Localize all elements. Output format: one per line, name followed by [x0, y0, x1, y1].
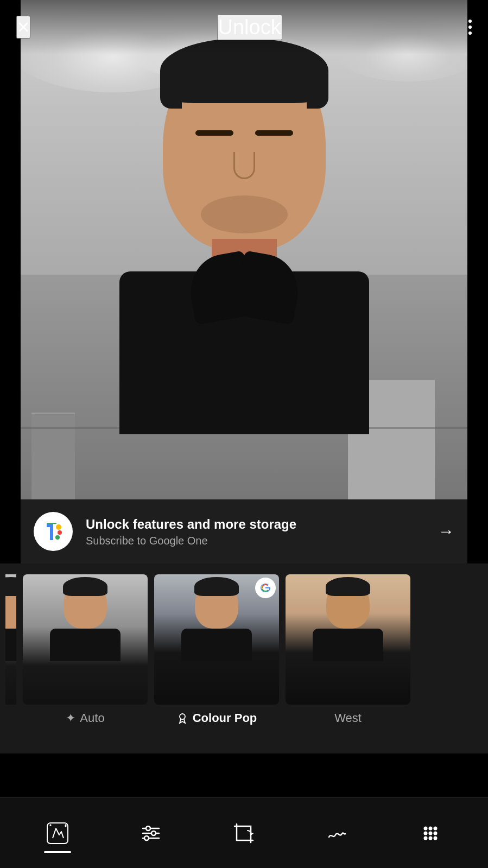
close-button[interactable]: ×	[16, 16, 30, 39]
dot1	[468, 20, 472, 23]
svg-point-15	[429, 826, 433, 830]
crop-icon	[230, 819, 258, 847]
markup-icon	[323, 819, 351, 847]
svg-point-5	[180, 714, 185, 719]
google-one-icon	[39, 517, 67, 546]
person-layer	[21, 0, 467, 499]
google-badge-colour-pop	[255, 578, 276, 598]
toolbar-item-markup[interactable]	[318, 814, 357, 853]
thumb-bg-partial	[5, 574, 16, 705]
svg-point-16	[434, 826, 438, 830]
thumb-hair-west	[326, 577, 370, 596]
top-bar: × Unlock	[0, 0, 488, 54]
svg-point-11	[146, 826, 150, 831]
face-container	[130, 43, 358, 413]
west-filter-text: West	[334, 711, 362, 725]
chin-area	[201, 195, 288, 233]
more-grid-icon	[416, 819, 445, 847]
photo-area	[21, 0, 467, 499]
filter-thumb-colour-pop	[154, 574, 279, 705]
thumb-hair-colour-pop	[194, 577, 239, 596]
hair-sides-left	[160, 65, 182, 109]
filter-item-auto[interactable]: ✦ Auto	[23, 574, 148, 725]
promo-banner[interactable]: Unlock features and more storage Subscri…	[21, 499, 467, 563]
filter-label-west: West	[334, 711, 362, 725]
svg-point-17	[424, 831, 428, 835]
thumb-hair-partial	[5, 577, 16, 596]
nose	[233, 152, 255, 179]
auto-filter-icon: ✦	[66, 711, 75, 725]
toolbar-item-crop[interactable]	[224, 814, 263, 853]
filter-thumb-partial	[5, 574, 16, 705]
filter-item-west[interactable]: West	[286, 574, 410, 725]
unlock-button[interactable]: Unlock	[217, 15, 282, 40]
thumb-hoodie-colour-pop	[181, 629, 252, 661]
thumb-hoodie-west	[313, 629, 383, 661]
svg-point-22	[434, 836, 438, 840]
filter-thumb-auto	[23, 574, 148, 705]
auto-filter-text: Auto	[80, 711, 104, 725]
svg-point-2	[58, 530, 62, 535]
filter-item-partial[interactable]	[5, 574, 16, 705]
thumb-hoodie-auto	[50, 629, 121, 661]
svg-point-1	[56, 524, 61, 530]
filter-strip: ✦ Auto	[0, 563, 488, 753]
dot3	[468, 31, 472, 35]
thumb-face-colour-pop	[189, 580, 244, 650]
more-menu-button[interactable]	[468, 20, 472, 35]
filter-thumb-west	[286, 574, 410, 705]
thumb-face-partial	[5, 580, 16, 650]
thumb-face-auto	[58, 580, 112, 650]
hair-sides-right	[307, 65, 328, 109]
thumb-bg-west	[286, 574, 410, 705]
side-bar-right	[467, 0, 488, 499]
svg-point-7	[65, 825, 66, 827]
thumb-hair-auto	[63, 577, 107, 596]
svg-point-21	[429, 836, 433, 840]
colour-pop-filter-text: Colour Pop	[193, 711, 257, 725]
svg-point-20	[424, 836, 428, 840]
bottom-toolbar	[0, 797, 488, 868]
svg-point-18	[429, 831, 433, 835]
toolbar-item-more[interactable]	[411, 814, 450, 853]
eye-right	[255, 130, 293, 136]
svg-point-3	[55, 535, 60, 540]
dot2	[468, 26, 472, 29]
google-one-logo	[34, 512, 73, 551]
thumb-bg-auto	[23, 574, 148, 705]
svg-point-12	[151, 831, 156, 835]
photo-background	[21, 0, 467, 499]
adjust-icon	[137, 819, 165, 847]
hoodie-collar-right	[233, 250, 303, 325]
thumb-hoodie-partial	[5, 629, 16, 661]
toolbar-item-suggest[interactable]	[38, 814, 77, 853]
svg-point-14	[424, 826, 428, 830]
toolbar-item-adjust[interactable]	[131, 814, 170, 853]
filter-label-colour-pop: Colour Pop	[176, 711, 257, 725]
promo-subtitle: Subscribe to Google One	[86, 535, 425, 547]
svg-point-13	[144, 836, 149, 840]
filter-label-auto: ✦ Auto	[66, 711, 104, 725]
promo-text: Unlock features and more storage Subscri…	[86, 516, 425, 547]
svg-point-19	[434, 831, 438, 835]
suggest-icon	[43, 819, 72, 847]
eye-left	[195, 130, 233, 136]
thumb-face-west	[321, 580, 375, 650]
side-bar-left	[0, 0, 21, 499]
promo-title: Unlock features and more storage	[86, 516, 425, 533]
filter-item-colour-pop[interactable]: Colour Pop	[154, 574, 279, 725]
promo-arrow[interactable]: →	[438, 522, 454, 541]
colour-pop-filter-icon	[176, 712, 188, 724]
